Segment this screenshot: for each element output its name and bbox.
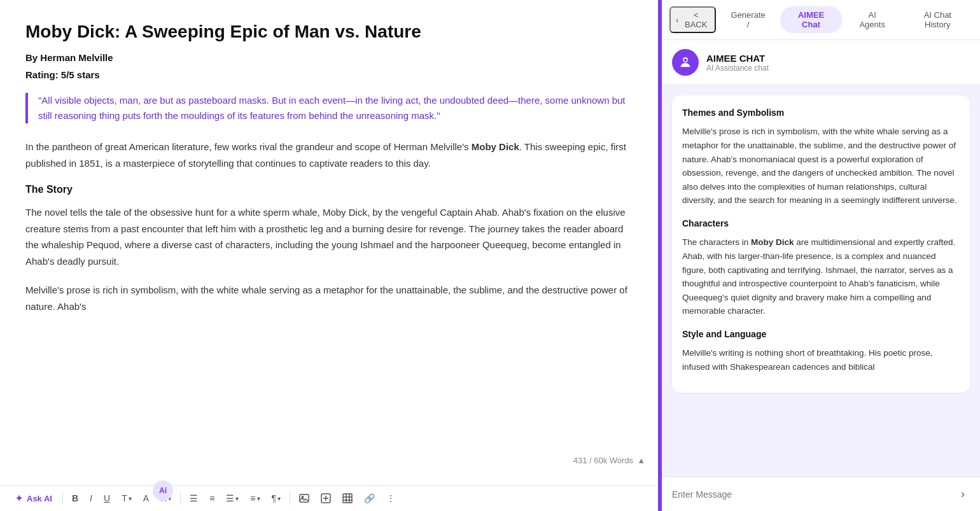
blockquote-text: "All visible objects, man, are but as pa…	[38, 93, 633, 123]
toolbar-divider-3	[290, 492, 290, 505]
chat-subtitle: AI Assistance chat	[706, 64, 769, 73]
style-title: Style and Language	[682, 327, 960, 341]
more-button[interactable]: ⋮	[382, 491, 399, 506]
chat-header-info: AIMEE CHAT AI Assistance chat	[706, 53, 769, 73]
editor-toolbar: ✦ Ask AI B I U T ▾ A H ▾ ☰ ≡ ☰▾ ≡▾ ¶▾	[0, 485, 658, 511]
back-button[interactable]: ‹ < BACK	[669, 6, 716, 33]
toolbar-divider-1	[62, 492, 63, 505]
characters-body: The characters in Moby Dick are multidim…	[682, 235, 960, 318]
underline-button[interactable]: U	[100, 491, 114, 506]
chevron-down-icon-para: ▾	[277, 495, 281, 502]
chevron-down-icon-bullet: ▾	[257, 495, 260, 502]
chat-input-area[interactable]: ›	[662, 477, 980, 511]
image-button[interactable]	[295, 491, 313, 506]
story-heading: The Story	[25, 184, 633, 195]
bold-button[interactable]: B	[68, 491, 82, 506]
italic-button[interactable]: I	[86, 491, 96, 506]
chevron-down-icon: ▾	[129, 495, 132, 502]
tab-generate[interactable]: Generate /	[721, 6, 775, 33]
message-characters: Characters The characters in Moby Dick a…	[682, 216, 960, 318]
ai-sparkle-icon: ✦	[15, 493, 23, 503]
trailing-text: Melville's prose is rich in symbolism, w…	[25, 282, 633, 314]
list-button[interactable]: ☰▾	[222, 491, 242, 506]
text-style-button[interactable]: T ▾	[118, 491, 136, 506]
chat-header: AIMEE CHAT AI Assistance chat	[662, 40, 980, 85]
chevron-up-icon: ▲	[637, 456, 645, 465]
svg-rect-0	[300, 494, 309, 502]
right-panel: ‹ < BACK Generate / AIMEE Chat AI Agents…	[662, 0, 980, 511]
svg-point-11	[684, 59, 687, 62]
svg-point-1	[302, 496, 303, 498]
align-left-button[interactable]: ☰	[186, 491, 202, 506]
table-button[interactable]	[339, 491, 356, 506]
chat-name: AIMEE CHAT	[706, 53, 769, 64]
svg-rect-5	[343, 494, 352, 503]
paragraph-button[interactable]: ¶▾	[268, 491, 285, 506]
article-blockquote: "All visible objects, man, are but as pa…	[25, 93, 633, 123]
ai-message: Themes and Symbolism Melville's prose is…	[672, 95, 970, 393]
message-themes: Themes and Symbolism Melville's prose is…	[682, 106, 960, 207]
ai-badge: Ai	[153, 480, 173, 501]
themes-body: Melville's prose is rich in symbolism, w…	[682, 125, 960, 207]
message-style: Style and Language Melville's writing is…	[682, 327, 960, 374]
chevron-down-icon-list: ▾	[235, 495, 239, 502]
article-author: By Herman Melville	[25, 52, 633, 63]
characters-title: Characters	[682, 216, 960, 230]
themes-title: Themes and Symbolism	[682, 106, 960, 120]
chat-messages[interactable]: Themes and Symbolism Melville's prose is…	[662, 85, 980, 477]
tab-ai-agents[interactable]: AI Agents	[847, 6, 898, 33]
ask-ai-button[interactable]: ✦ Ask AI	[10, 491, 57, 506]
article-rating: Rating: 5/5 stars	[25, 69, 633, 80]
send-button[interactable]: ›	[956, 485, 970, 503]
font-size-button[interactable]: A	[139, 491, 153, 506]
chat-input[interactable]	[672, 489, 956, 500]
article-title: Moby Dick: A Sweeping Epic of Man vs. Na…	[25, 20, 633, 43]
story-body: The novel tells the tale of the obsessiv…	[25, 204, 633, 269]
top-nav: ‹ < BACK Generate / AIMEE Chat AI Agents…	[662, 0, 980, 40]
align-center-button[interactable]: ≡	[206, 491, 218, 506]
article-intro: In the pantheon of great American litera…	[25, 139, 633, 171]
tab-ai-chat-history[interactable]: AI Chat History	[903, 6, 972, 33]
word-count: 431 / 60k Words ▲	[573, 456, 645, 465]
style-body: Melville's writing is nothing short of b…	[682, 346, 960, 374]
avatar	[672, 49, 699, 76]
bullet-button[interactable]: ≡▾	[246, 491, 263, 506]
tab-aimee-chat[interactable]: AIMEE Chat	[780, 6, 842, 33]
toolbar-divider-2	[180, 492, 181, 505]
chevron-left-icon: ‹	[676, 15, 678, 25]
add-button[interactable]	[317, 491, 335, 506]
link-button[interactable]: 🔗	[360, 491, 379, 506]
